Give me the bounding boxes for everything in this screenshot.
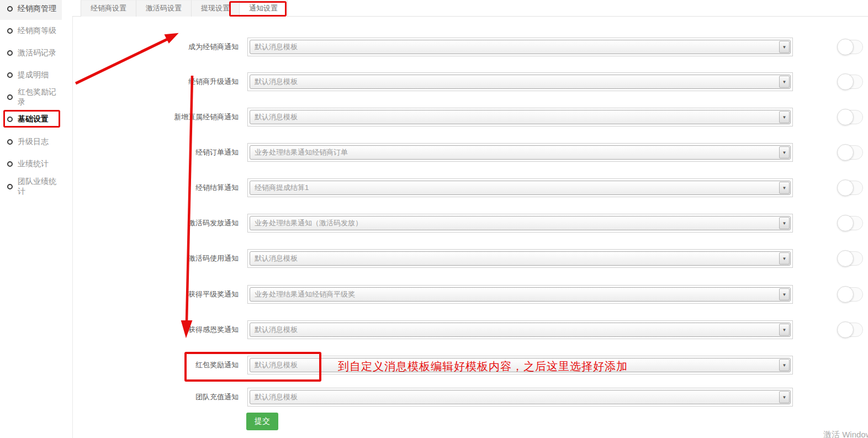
form-row-0: 成为经销商通知 默认消息模板 ▼: [0, 38, 868, 56]
form-row-10: 团队充值通知 默认消息模板 ▼: [0, 388, 868, 407]
dropdown-container: 默认消息模板 ▼: [247, 388, 793, 407]
row-label: 团队充值通知: [155, 388, 239, 407]
submit-button[interactable]: 提交: [246, 413, 278, 430]
tab-0[interactable]: 经销商设置: [81, 0, 136, 17]
toggle-knob: [837, 286, 854, 303]
enable-toggle[interactable]: [838, 216, 863, 230]
dropdown-container: 默认消息模板 ▼: [247, 108, 793, 126]
sidebar-item-label: 经销商等级: [18, 26, 56, 36]
dropdown-container: 业务处理结果通知经销商订单 ▼: [247, 143, 793, 162]
chevron-down-icon[interactable]: ▼: [779, 252, 790, 265]
toggle-knob: [837, 215, 854, 231]
row-label: 红包奖励通知: [155, 356, 239, 374]
tab-1[interactable]: 激活码设置: [136, 0, 191, 17]
selected-template-value: 业务处理结果通知经销商平级奖: [250, 289, 779, 299]
dropdown-container: 默认消息模板 ▼: [247, 320, 793, 339]
chevron-down-icon[interactable]: ▼: [779, 146, 790, 159]
template-select[interactable]: 默认消息模板 ▼: [250, 40, 791, 54]
dropdown-container: 经销商提成结算1 ▼: [247, 178, 793, 197]
enable-toggle[interactable]: [838, 110, 863, 124]
circle-icon: [7, 6, 13, 12]
row-label: 获得感恩奖通知: [155, 320, 239, 339]
toggle-knob: [837, 144, 854, 161]
form-row-9: 红包奖励通知 默认消息模板 ▼: [0, 356, 868, 374]
dropdown-container: 默认消息模板 ▼: [247, 38, 793, 56]
tab-list: 经销商设置激活码设置提现设置通知设置: [81, 0, 288, 17]
selected-template-value: 默认消息模板: [250, 42, 779, 52]
selected-template-value: 经销商提成结算1: [250, 183, 779, 193]
dropdown-container: 默认消息模板 ▼: [247, 249, 793, 268]
row-label: 获得平级奖通知: [155, 285, 239, 304]
selected-template-value: 默认消息模板: [250, 254, 779, 263]
selected-template-value: 默认消息模板: [250, 112, 779, 122]
selected-template-value: 默认消息模板: [250, 325, 779, 335]
chevron-down-icon[interactable]: ▼: [779, 41, 790, 53]
selected-template-value: 业务处理结果通知经销商订单: [250, 147, 779, 157]
windows-activation-watermark: 激活 Windows: [823, 430, 868, 438]
template-select[interactable]: 默认消息模板 ▼: [250, 358, 791, 372]
dropdown-container: 业务处理结果通知（激活码发放） ▼: [247, 214, 793, 233]
chevron-down-icon[interactable]: ▼: [779, 76, 790, 88]
enable-toggle[interactable]: [838, 145, 863, 160]
selected-template-value: 默认消息模板: [250, 360, 779, 370]
chevron-down-icon[interactable]: ▼: [779, 111, 790, 123]
enable-toggle[interactable]: [838, 75, 863, 89]
form-row-7: 获得平级奖通知 业务处理结果通知经销商平级奖 ▼: [0, 285, 868, 304]
toggle-knob: [837, 73, 854, 90]
form-row-1: 经销商升级通知 默认消息模板 ▼: [0, 72, 868, 91]
template-select[interactable]: 经销商提成结算1 ▼: [250, 181, 791, 195]
sidebar-item-0[interactable]: 经销商管理: [0, 0, 62, 20]
form-row-2: 新增直属经销商通知 默认消息模板 ▼: [0, 108, 868, 126]
template-select[interactable]: 业务处理结果通知（激活码发放） ▼: [250, 216, 791, 230]
enable-toggle[interactable]: [838, 323, 863, 337]
tab-2[interactable]: 提现设置: [191, 0, 239, 17]
selected-template-value: 业务处理结果通知（激活码发放）: [250, 218, 779, 228]
chevron-down-icon[interactable]: ▼: [779, 324, 790, 336]
dropdown-container: 默认消息模板 ▼: [247, 356, 793, 374]
tab-bar: 经销商设置激活码设置提现设置通知设置: [72, 0, 868, 17]
template-select[interactable]: 默认消息模板 ▼: [250, 323, 791, 337]
row-label: 经销结算通知: [155, 178, 239, 197]
toggle-knob: [837, 109, 854, 125]
form-row-5: 激活码发放通知 业务处理结果通知（激活码发放） ▼: [0, 214, 868, 233]
enable-toggle[interactable]: [838, 181, 863, 195]
enable-toggle[interactable]: [838, 287, 863, 302]
selected-template-value: 默认消息模板: [250, 392, 779, 402]
chevron-down-icon[interactable]: ▼: [779, 288, 790, 300]
chevron-down-icon[interactable]: ▼: [779, 182, 790, 194]
circle-icon: [7, 161, 13, 167]
row-label: 激活码发放通知: [155, 214, 239, 233]
template-select[interactable]: 业务处理结果通知经销商订单 ▼: [250, 145, 791, 160]
row-label: 经销订单通知: [155, 143, 239, 162]
row-label: 新增直属经销商通知: [155, 108, 239, 126]
dropdown-container: 业务处理结果通知经销商平级奖 ▼: [247, 285, 793, 304]
form-row-6: 激活码使用通知 默认消息模板 ▼: [0, 249, 868, 268]
selected-template-value: 默认消息模板: [250, 77, 779, 87]
notification-settings-page: 经销商管理 经销商等级 激活码记录 提成明细 红包奖励记录 基础设置 升级日志 …: [0, 0, 868, 438]
dropdown-container: 默认消息模板 ▼: [247, 72, 793, 91]
chevron-down-icon[interactable]: ▼: [779, 217, 790, 229]
form-row-8: 获得感恩奖通知 默认消息模板 ▼: [0, 320, 868, 339]
toggle-knob: [837, 321, 854, 338]
enable-toggle[interactable]: [838, 40, 863, 54]
sidebar-item-label: 经销商管理: [18, 4, 56, 14]
form-row-3: 经销订单通知 业务处理结果通知经销商订单 ▼: [0, 143, 868, 162]
template-select[interactable]: 默认消息模板 ▼: [250, 251, 791, 266]
row-label: 经销商升级通知: [155, 72, 239, 91]
row-label: 成为经销商通知: [155, 38, 239, 56]
template-select[interactable]: 业务处理结果通知经销商平级奖 ▼: [250, 287, 791, 302]
toggle-knob: [837, 250, 854, 267]
row-label: 激活码使用通知: [155, 249, 239, 268]
enable-toggle[interactable]: [838, 251, 863, 266]
circle-icon: [7, 94, 13, 100]
template-select[interactable]: 默认消息模板 ▼: [250, 390, 791, 404]
toggle-knob: [837, 39, 854, 55]
toggle-knob: [837, 180, 854, 196]
tab-3[interactable]: 通知设置: [239, 0, 288, 17]
form-row-4: 经销结算通知 经销商提成结算1 ▼: [0, 178, 868, 197]
template-select[interactable]: 默认消息模板 ▼: [250, 110, 791, 124]
chevron-down-icon[interactable]: ▼: [779, 359, 790, 371]
template-select[interactable]: 默认消息模板 ▼: [250, 75, 791, 89]
chevron-down-icon[interactable]: ▼: [779, 391, 790, 403]
circle-icon: [7, 28, 13, 34]
